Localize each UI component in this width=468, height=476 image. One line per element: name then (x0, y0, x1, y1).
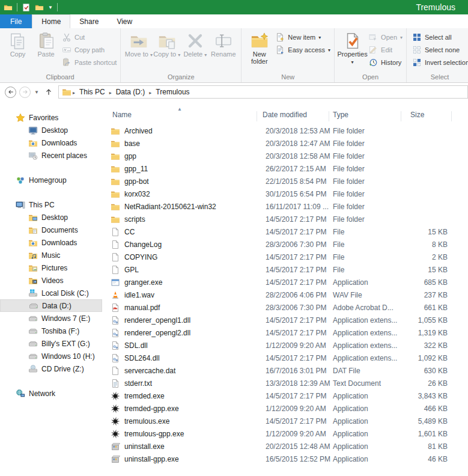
file-date-modified: 16/11/2017 11:09 ... (257, 203, 329, 211)
sidebar-gap (0, 375, 105, 387)
file-row-cc[interactable]: CC14/5/2017 2:17 PMFile15 KB (105, 225, 468, 238)
file-row-granger-exe[interactable]: granger.exe14/5/2017 2:17 PMApplication6… (105, 276, 468, 288)
file-date-modified: 28/3/2006 7:30 PM (257, 304, 329, 312)
move-to-button[interactable]: Move to ▾ (124, 30, 153, 59)
sidebar-item-this-pc[interactable]: This PC (0, 198, 105, 211)
file-size: 661 KB (401, 304, 448, 312)
sidebar-item-pictures[interactable]: Pictures (0, 261, 105, 274)
sidebar-item-windows-7-e[interactable]: Windows 7 (E:) (0, 312, 105, 325)
paste-button[interactable]: Paste (32, 30, 60, 58)
select-none-button[interactable]: Select none (412, 45, 468, 55)
new-folder-button[interactable]: New folder (245, 30, 273, 65)
sidebar-item-documents[interactable]: Documents (0, 224, 105, 236)
file-row-gpp[interactable]: gpp20/3/2018 12:58 AMFile folder (105, 150, 468, 162)
new-item-button[interactable]: New item▾ (275, 32, 330, 42)
history-button[interactable]: History (368, 58, 403, 67)
file-row-gpp-bot[interactable]: gpp-bot22/1/2015 8:54 PMFile folder (105, 175, 468, 188)
tab-home[interactable]: Home (32, 14, 70, 28)
sidebar-item-music[interactable]: Music (0, 249, 105, 261)
rename-button[interactable]: Rename (209, 30, 237, 58)
file-row-tremulous-gpp-exe[interactable]: tremulous-gpp.exe1/12/2009 9:20 AMApplic… (105, 427, 468, 440)
tab-share[interactable]: Share (70, 14, 108, 28)
edit-button[interactable]: Edit (368, 45, 403, 55)
explorer-app-icon[interactable] (4, 3, 13, 12)
sidebar-item-billy-s-ext-g[interactable]: Billy's EXT (G:) (0, 337, 105, 350)
cut-button[interactable]: Cut (62, 32, 117, 42)
file-row-korx032[interactable]: korx03230/1/2015 6:54 PMFile folder (105, 188, 468, 200)
file-row-uninstall-gpp-exe[interactable]: uninstall-gpp.exe16/5/2015 12:52 PMAppli… (105, 453, 468, 465)
sidebar-item-downloads[interactable]: Downloads (0, 236, 105, 249)
breadcrumb-item-tremulous[interactable]: Tremulous (151, 88, 193, 96)
open-button[interactable]: Open▾ (368, 32, 403, 42)
easy-access-button[interactable]: Easy access▾ (275, 45, 330, 55)
file-row-stderr-txt[interactable]: stderr.txt13/3/2018 12:39 AMText Documen… (105, 377, 468, 389)
column-header-size[interactable]: Size (401, 109, 452, 124)
file-row-archived[interactable]: Archived20/3/2018 12:53 AMFile folder (105, 124, 468, 137)
file-size: 630 KB (401, 367, 448, 375)
sidebar-item-network[interactable]: Network (0, 387, 105, 400)
up-button[interactable] (43, 87, 54, 97)
file-row-changelog[interactable]: ChangeLog28/3/2006 7:30 PMFile8 KB (105, 238, 468, 251)
sidebar-item-local-disk-c[interactable]: Local Disk (C:) (0, 287, 105, 299)
sidebar-item-toshiba-f[interactable]: Toshiba (F:) (0, 325, 105, 337)
recent-locations-chevron-icon[interactable]: ▼ (34, 90, 39, 95)
file-date-modified: 14/5/2017 2:17 PM (257, 417, 329, 426)
file-row-tremulous-exe[interactable]: tremulous.exe14/5/2017 2:17 PMApplicatio… (105, 415, 468, 427)
breadcrumb-item-this-pc[interactable]: This PC (75, 88, 109, 96)
sidebar-item-videos[interactable]: Videos (0, 274, 105, 287)
copy-path-button[interactable]: Copy path (62, 45, 117, 55)
file-row-netradiant-20150621-win32[interactable]: NetRadiant-20150621-win3216/11/2017 11:0… (105, 200, 468, 213)
file-row-gpp-11[interactable]: gpp_1126/2/2017 2:15 AMFile folder (105, 162, 468, 175)
breadcrumb-folder-icon (62, 87, 71, 97)
paste-shortcut-button[interactable]: Paste shortcut (62, 58, 117, 67)
file-row-servercache-dat[interactable]: servercache.dat16/7/2016 3:01 PMDAT File… (105, 364, 468, 377)
invert-selection-button[interactable]: Invert selection (412, 58, 468, 67)
file-row-idle1-wav[interactable]: idle1.wav28/2/2006 4:06 PMWAV File237 KB (105, 288, 468, 301)
delete-button[interactable]: Delete ▾ (181, 30, 209, 59)
properties-button[interactable]: Properties ▾ (338, 30, 366, 66)
file-row-gpl[interactable]: GPL14/5/2017 2:17 PMFile15 KB (105, 263, 468, 276)
file-name: manual.pdf (124, 304, 160, 312)
file-row-renderer-opengl2-dll[interactable]: renderer_opengl2.dll14/5/2017 2:17 PMApp… (105, 326, 468, 339)
sidebar-item-windows-10-h[interactable]: Windows 10 (H:) (0, 350, 105, 362)
file-row-renderer-opengl1-dll[interactable]: renderer_opengl1.dll14/5/2017 2:17 PMApp… (105, 314, 468, 326)
sidebar-item-recent-places[interactable]: Recent places (0, 149, 105, 162)
file-row-copying[interactable]: COPYING14/5/2017 2:17 PMFile2 KB (105, 251, 468, 263)
sidebar-item-data-d[interactable]: Data (D:) (0, 299, 102, 312)
column-header-type[interactable]: Type (329, 109, 401, 124)
vlc-cone-icon (111, 290, 120, 300)
file-row-manual-pdf[interactable]: manual.pdf28/3/2006 7:30 PMAdobe Acrobat… (105, 301, 468, 314)
back-button[interactable] (5, 87, 16, 98)
sidebar-item-label: Local Disk (C:) (41, 289, 89, 298)
ribbon-group-clipboard: CopyPasteCutCopy pathPaste shortcutClipb… (0, 28, 121, 82)
sidebar-item-desktop[interactable]: Desktop (0, 211, 105, 224)
copy-button[interactable]: Copy (4, 30, 32, 58)
address-breadcrumb-box[interactable]: ▸This PC▸Data (D:)▸Tremulous (58, 85, 468, 99)
forward-button[interactable] (19, 87, 31, 98)
sidebar-item-favorites[interactable]: Favorites (0, 111, 105, 124)
file-row-uninstall-exe[interactable]: uninstall.exe20/2/2015 12:48 AMApplicati… (105, 440, 468, 453)
file-row-tremded-exe[interactable]: tremded.exe14/5/2017 2:17 PMApplication3… (105, 389, 468, 402)
copy-to-button[interactable]: Copy to ▾ (153, 30, 181, 59)
sidebar-item-cd-drive-z[interactable]: CD Drive (Z:) (0, 362, 105, 375)
select-all-button[interactable]: Select all (412, 32, 468, 42)
sidebar-item-homegroup[interactable]: Homegroup (0, 174, 105, 186)
column-header-date-modified[interactable]: Date modified (257, 109, 329, 124)
file-row-scripts[interactable]: scripts14/5/2017 2:17 PMFile folder (105, 213, 468, 225)
file-type: File folder (329, 203, 401, 211)
sidebar-item-downloads[interactable]: Downloads (0, 136, 105, 149)
file-row-base[interactable]: base20/3/2018 12:47 AMFile folder (105, 137, 468, 150)
qat-new-folder-button[interactable] (35, 3, 44, 12)
breadcrumb-item-data-d[interactable]: Data (D:) (112, 88, 150, 96)
folder-videos-icon (28, 276, 38, 285)
tab-view[interactable]: View (108, 14, 141, 28)
qat-customize-chevron-icon[interactable]: ▼ (48, 3, 53, 12)
file-row-tremded-gpp-exe[interactable]: tremded-gpp.exe1/12/2009 9:20 AMApplicat… (105, 402, 468, 415)
file-row-sdl-dll[interactable]: SDL.dll1/12/2009 9:20 AMApplication exte… (105, 339, 468, 352)
column-header-name[interactable]: Name▲ (105, 109, 257, 124)
chevron-down-icon: ▾ (351, 60, 354, 65)
file-row-sdl264-dll[interactable]: SDL264.dll14/5/2017 2:17 PMApplication e… (105, 352, 468, 364)
sidebar-item-desktop[interactable]: Desktop (0, 124, 105, 136)
qat-properties-button[interactable] (22, 3, 31, 12)
tab-file[interactable]: File (0, 14, 32, 28)
